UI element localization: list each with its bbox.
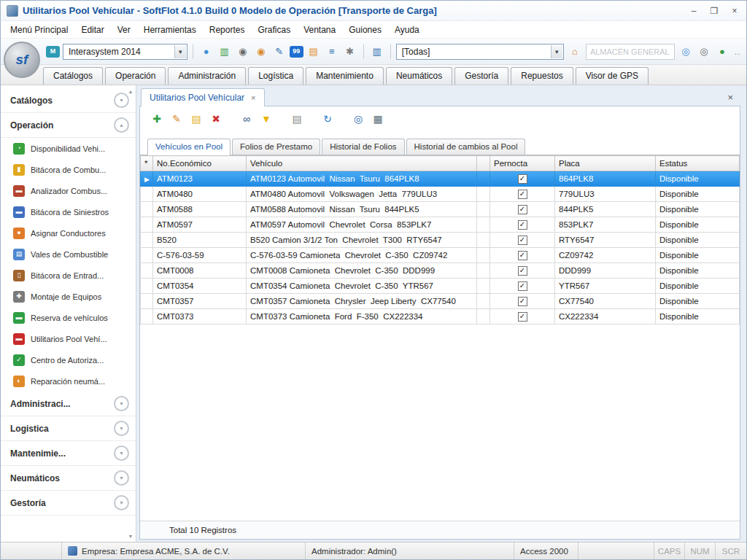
preview-icon[interactable]: ◎	[350, 112, 366, 126]
sidebar-section-gestoria[interactable]: Gestoría▼	[1, 491, 136, 516]
delete-record-icon[interactable]: ✖	[208, 112, 224, 126]
table-row[interactable]: CMT0008CMT0008 Camioneta Chevrolet C-350…	[141, 263, 740, 279]
grid-col-spacer[interactable]	[477, 156, 490, 171]
warehouse-input[interactable]	[586, 44, 675, 60]
subtab-historial-de-cambios-al-pool[interactable]: Historial de cambios al Pool	[406, 139, 526, 155]
subtab-historial-de-folios[interactable]: Historial de Folios	[322, 139, 404, 155]
badge-99-icon[interactable]: 99	[290, 46, 303, 58]
notebook-icon[interactable]: ▤	[306, 44, 322, 59]
pernocta-checkbox[interactable]: ✓	[518, 174, 527, 184]
expand-icon[interactable]: ▼	[114, 495, 129, 510]
pernocta-checkbox[interactable]: ✓	[518, 281, 527, 291]
sidebar-item-bitacora-de-combu[interactable]: ▮Bitácora de Combu...	[1, 159, 136, 180]
add-record-icon[interactable]: ✚	[149, 112, 165, 126]
scroll-down-icon[interactable]	[126, 532, 135, 540]
table-row[interactable]: B520B520 Camion 3/1/2 Ton Chevrolet T300…	[141, 233, 740, 248]
table-row[interactable]: CMT0373CMT0373 Camioneta Ford F-350 CX22…	[141, 309, 740, 324]
expand-icon[interactable]: ▼	[114, 446, 129, 461]
tab-operacion[interactable]: Operación	[105, 67, 166, 85]
pernocta-checkbox[interactable]: ✓	[518, 220, 527, 230]
menu-ventana[interactable]: Ventana	[297, 22, 342, 38]
home-icon[interactable]: ⌂	[567, 44, 583, 59]
tab-visor-de-gps[interactable]: Visor de GPS	[576, 67, 649, 85]
sidebar-item-reserva-de-vehiculos[interactable]: ▬Reserva de vehículos	[1, 307, 136, 328]
chevron-down-icon[interactable]	[551, 45, 562, 58]
subtab-vehiculos-en-pool[interactable]: Vehículos en Pool	[147, 139, 231, 155]
web-add-icon[interactable]: ●	[714, 44, 730, 59]
table-row[interactable]: CMT0357CMT0357 Camioneta Chrysler Jeep L…	[141, 294, 740, 309]
globe-search-icon[interactable]: ◎	[678, 44, 694, 59]
tab-repuestos[interactable]: Repuestos	[511, 67, 573, 85]
table-row[interactable]: ▶ATM0123ATM0123 Automovil Nissan Tsuru 8…	[141, 171, 740, 187]
menu-menu-principal[interactable]: Menú Principal	[4, 22, 74, 38]
module-icon[interactable]: M	[46, 46, 60, 58]
restore-button[interactable]: ❐	[708, 6, 720, 16]
tab-catalogos[interactable]: Catálogos	[43, 67, 103, 85]
menu-editar[interactable]: Editar	[74, 22, 110, 38]
columns-icon[interactable]: ▥	[369, 44, 385, 59]
menu-reportes[interactable]: Reportes	[203, 22, 252, 38]
company-select[interactable]: Interasystem 2014	[63, 44, 187, 60]
tab-logistica[interactable]: Logística	[248, 67, 303, 85]
sidebar-section-operacion[interactable]: Operación▲	[1, 113, 136, 138]
sidebar-section-administraci[interactable]: Administraci...▼	[1, 392, 136, 416]
edit-record-icon[interactable]: ✎	[169, 112, 185, 126]
chevron-down-icon[interactable]	[174, 45, 186, 58]
settings-icon[interactable]: ✱	[342, 44, 358, 59]
pernocta-checkbox[interactable]: ✓	[518, 205, 527, 214]
sidebar-item-bitacora-de-entrad[interactable]: ▯Bitácora de Entrad...	[1, 265, 136, 286]
tab-close-icon[interactable]: ×	[251, 93, 255, 102]
clipboard-icon[interactable]: ▤	[289, 112, 305, 126]
pernocta-checkbox[interactable]: ✓	[518, 297, 527, 306]
grid-col-placa[interactable]: Placa	[555, 156, 656, 171]
table-row[interactable]: CMT0354CMT0354 Camioneta Chevrolet C-350…	[141, 279, 740, 294]
users-icon[interactable]: ◉	[253, 44, 269, 59]
globe-icon[interactable]: ●	[198, 44, 214, 59]
table-row[interactable]: ATM0480ATM0480 Automovil Volkswagen Jett…	[141, 187, 740, 202]
table-row[interactable]: ATM0597ATM0597 Automovil Chevrolet Corsa…	[141, 217, 740, 233]
expand-icon[interactable]: ▼	[114, 421, 129, 436]
expand-icon[interactable]: ▼	[114, 396, 129, 411]
sidebar-item-asignar-conductores[interactable]: ●Asignar Conductores	[1, 222, 136, 244]
grid-col-vehiculo[interactable]: Vehículo	[247, 156, 477, 171]
table-row[interactable]: ATM0588ATM0588 Automovil Nissan Tsuru 84…	[141, 202, 740, 217]
tab-neumaticos[interactable]: Neumáticos	[386, 67, 452, 85]
tab-administracion[interactable]: Administración	[168, 67, 246, 85]
menu-guiones[interactable]: Guiones	[342, 22, 388, 38]
chart-icon[interactable]: ▥	[217, 44, 233, 59]
grid-col-pernocta[interactable]: Pernocta	[490, 156, 555, 171]
sidebar-section-catalogos[interactable]: Catálogos▼	[1, 88, 136, 113]
menu-ayuda[interactable]: Ayuda	[388, 22, 426, 38]
scroll-up-icon[interactable]	[126, 87, 135, 96]
grid-col-no-economico[interactable]: No.Económico	[153, 156, 247, 171]
pernocta-checkbox[interactable]: ✓	[518, 190, 527, 199]
minimize-button[interactable]: –	[688, 6, 700, 16]
sidebar-item-reparacion-neuma[interactable]: ◐Reparación neumá...	[1, 370, 136, 392]
tab-mantenimiento[interactable]: Mantenimiento	[306, 67, 384, 85]
print-icon[interactable]: ▦	[370, 112, 386, 126]
camera-icon[interactable]: ◉	[235, 44, 251, 59]
menu-graficas[interactable]: Graficas	[251, 22, 297, 38]
report-icon[interactable]: ≡	[324, 44, 340, 59]
sidebar-item-bitacora-de-siniestros[interactable]: ▬Bitácora de Siniestros	[1, 201, 136, 222]
collapse-icon[interactable]: ▲	[114, 117, 129, 133]
sidebar-item-utilitarios-pool-vehi[interactable]: ▬Utilitarios Pool Vehí...	[1, 328, 136, 349]
refresh-icon[interactable]: ↻	[320, 112, 336, 126]
close-button[interactable]: ×	[729, 6, 740, 16]
expand-icon[interactable]: ▼	[114, 470, 129, 486]
pernocta-checkbox[interactable]: ✓	[518, 312, 527, 322]
close-icon[interactable]: ×	[721, 89, 739, 106]
sidebar-section-logistica[interactable]: Logistica▼	[1, 416, 136, 441]
toolbar-overflow[interactable]: ..	[733, 47, 742, 56]
sidebar-section-neumaticos[interactable]: Neumáticos▼	[1, 466, 136, 491]
sidebar-section-mantenimie[interactable]: Mantenimie...▼	[1, 441, 136, 466]
menu-herramientas[interactable]: Herramientas	[137, 22, 203, 38]
filter-icon[interactable]: ▼	[258, 112, 274, 126]
todas-select[interactable]: [Todas]	[396, 44, 564, 60]
form-edit-icon[interactable]: ✎	[271, 44, 287, 59]
tab-gestoria[interactable]: Gestoría	[454, 67, 508, 85]
grid-col-estatus[interactable]: Estatus	[656, 156, 740, 171]
find-icon[interactable]: ∞	[239, 112, 255, 126]
doc-preview-icon[interactable]: ◎	[696, 44, 712, 59]
table-row[interactable]: C-576-03-59C-576-03-59 Camioneta Chevrol…	[141, 248, 740, 263]
